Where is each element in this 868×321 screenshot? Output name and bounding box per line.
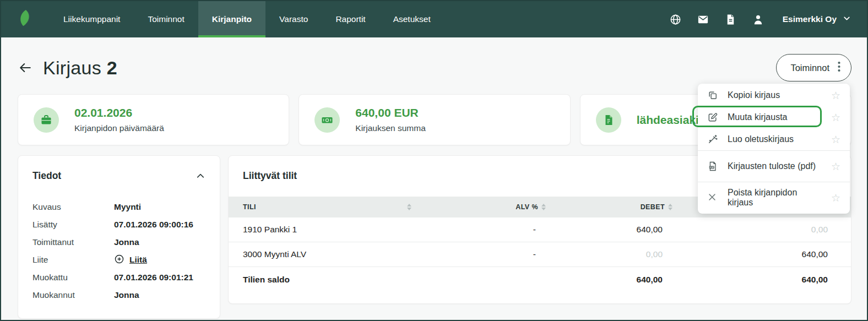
nav-item-toiminnot[interactable]: Toiminnot	[134, 1, 198, 37]
star-outline-icon[interactable]: ☆	[831, 90, 840, 101]
card-entry-sum: 640,00 EUR Kirjauksen summa	[299, 94, 570, 145]
nav-item-asetukset[interactable]: Asetukset	[379, 1, 444, 37]
sort-icon[interactable]	[541, 204, 546, 210]
x-icon	[707, 192, 718, 203]
nav-item-kirjanpito[interactable]: Kirjanpito	[198, 1, 265, 37]
menu-item-luo-oletuskirjaus[interactable]: Luo oletuskirjaus ☆	[698, 128, 850, 150]
plus-circle-icon	[114, 254, 124, 266]
arrow-left-icon[interactable]	[18, 59, 34, 76]
chevron-up-icon[interactable]	[196, 171, 205, 181]
alv-value: -	[421, 249, 559, 259]
wand-icon	[707, 134, 718, 145]
entry-sum-value: 640,00 EUR	[355, 106, 426, 119]
kredit-value: 640,00	[686, 249, 851, 259]
menu-item-muuta-kirjausta[interactable]: Muuta kirjausta ☆	[698, 106, 850, 128]
actions-dropdown-menu: Kopioi kirjaus ☆ Muuta kirjausta ☆	[698, 84, 850, 214]
document-icon[interactable]	[724, 13, 737, 26]
details-panel: Tiedot Kuvaus Myynti Lisätty 07.01.2026 …	[18, 155, 220, 319]
sort-icon[interactable]	[407, 204, 411, 210]
detail-row-kuvaus: Kuvaus Myynti	[32, 198, 205, 216]
menu-item-kopioi-kirjaus[interactable]: Kopioi kirjaus ☆	[698, 84, 850, 106]
kebab-menu-icon	[838, 61, 840, 74]
leaf-icon	[16, 9, 35, 30]
table-row: 1910 Pankki 1 - 640,00 0,00	[229, 217, 851, 242]
chevron-down-icon	[842, 14, 851, 25]
app-logo[interactable]	[1, 1, 50, 37]
star-outline-icon[interactable]: ☆	[831, 134, 840, 145]
app-window: Liikekumppanit Toiminnot Kirjanpito Vara…	[0, 0, 868, 321]
menu-item-poista-kirjaus[interactable]: Poista kirjanpidon kirjaus ☆	[698, 182, 850, 213]
mail-icon[interactable]	[697, 13, 709, 26]
star-outline-icon[interactable]: ☆	[831, 161, 840, 172]
balance-kredit: 640,00	[686, 275, 851, 285]
accounting-date-value: 02.01.2026	[74, 106, 164, 119]
detail-row-toimittanut: Toimittanut Jonna	[32, 233, 205, 251]
globe-icon[interactable]	[669, 13, 682, 26]
company-name: Esimerkki Oy	[783, 14, 837, 24]
page-title: Kirjaus 2	[43, 57, 117, 79]
navbar-right: Esimerkki Oy	[669, 1, 867, 37]
detail-row-lisatty: Lisätty 07.01.2026 09:00:16	[32, 216, 205, 233]
details-title: Tiedot	[32, 170, 61, 182]
star-outline-icon[interactable]: ☆	[831, 112, 840, 123]
alv-value: -	[421, 225, 559, 235]
account-name: 1910 Pankki 1	[229, 225, 421, 235]
nav-item-raportit[interactable]: Raportit	[322, 1, 379, 37]
pdf-icon	[707, 161, 718, 172]
column-header-tili[interactable]: TILI	[229, 203, 421, 211]
detail-row-muokannut: Muokannut Jonna	[32, 286, 205, 304]
debet-value: 640,00	[559, 225, 686, 235]
detail-row-muokattu: Muokattu 07.01.2026 09:01:21	[32, 269, 205, 286]
banknote-icon	[314, 107, 340, 133]
file-icon	[596, 107, 621, 133]
company-switcher[interactable]: Esimerkki Oy	[783, 14, 851, 25]
nav-item-liikekumppanit[interactable]: Liikekumppanit	[50, 1, 134, 37]
user-icon[interactable]	[752, 13, 764, 26]
balance-debet: 640,00	[559, 275, 686, 285]
table-row: 3000 Myynti ALV - 0,00 640,00	[229, 242, 851, 267]
edit-icon	[707, 112, 718, 123]
account-name: 3000 Myynti ALV	[229, 249, 421, 259]
page-header: Kirjaus 2 Toiminnot	[18, 54, 851, 81]
entry-sum-label: Kirjauksen summa	[355, 123, 426, 133]
briefcase-icon	[34, 107, 59, 133]
actions-button-label: Toiminnot	[790, 63, 829, 73]
star-outline-icon[interactable]: ☆	[831, 193, 840, 203]
detail-row-liite: Liite Liitä	[32, 251, 205, 269]
attach-link[interactable]: Liitä	[114, 254, 147, 266]
menu-item-kirjausten-tuloste[interactable]: Kirjausten tuloste (pdf) ☆	[698, 151, 850, 182]
entry-number: 2	[107, 57, 117, 78]
actions-button[interactable]: Toiminnot	[776, 54, 851, 81]
copy-icon	[707, 90, 718, 101]
table-footer-row: Tilien saldo 640,00 640,00	[229, 267, 851, 292]
balance-label: Tilien saldo	[229, 275, 421, 285]
accounting-date-label: Kirjanpidon päivämäärä	[74, 123, 164, 133]
card-accounting-date: 02.01.2026 Kirjanpidon päivämäärä	[18, 94, 289, 145]
nav-item-varasto[interactable]: Varasto	[265, 1, 322, 37]
debet-value: 0,00	[559, 249, 686, 259]
details-rows: Kuvaus Myynti Lisätty 07.01.2026 09:00:1…	[32, 198, 205, 304]
kredit-value: 0,00	[686, 225, 851, 235]
column-header-alv[interactable]: ALV %	[421, 203, 559, 211]
column-header-debet[interactable]: DEBET	[559, 203, 686, 211]
sort-icon[interactable]	[668, 204, 672, 210]
top-navbar: Liikekumppanit Toiminnot Kirjanpito Vara…	[1, 1, 867, 37]
main-nav: Liikekumppanit Toiminnot Kirjanpito Vara…	[50, 1, 444, 37]
